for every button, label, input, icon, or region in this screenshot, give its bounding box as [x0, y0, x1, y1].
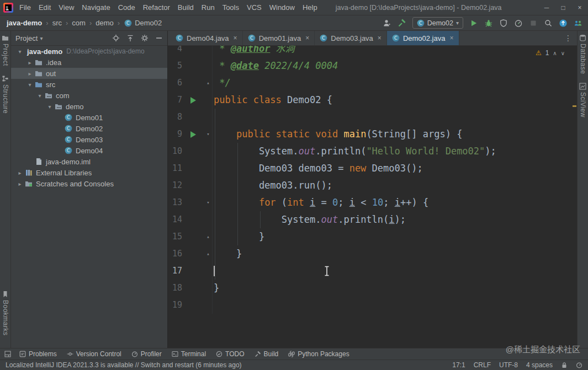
run-configuration-select[interactable]: CDemo02▾ — [412, 17, 463, 29]
tool-window-button-sciview[interactable]: SciView — [579, 83, 587, 117]
encoding-widget[interactable]: UTF-8 — [499, 361, 518, 369]
maximize-button[interactable]: □ — [555, 0, 571, 15]
chevron-down-icon[interactable]: ▾ — [15, 49, 24, 55]
breadcrumb-item-src[interactable]: src — [51, 19, 63, 27]
indent-widget[interactable]: 4 spaces — [526, 361, 553, 369]
tree-item-out[interactable]: ▸out — [11, 68, 167, 79]
chevron-down-icon[interactable]: ▾ — [45, 104, 54, 110]
tool-window-button-python-packages[interactable]: Python Packages — [283, 348, 354, 360]
run-line-icon[interactable] — [190, 97, 196, 104]
tool-window-button-project[interactable]: Project — [2, 34, 9, 66]
code-line-9[interactable]: 9▾ public static void main(String[] args… — [168, 126, 577, 143]
gauge-icon[interactable] — [576, 362, 582, 368]
breadcrumb-item-com[interactable]: com — [71, 19, 87, 27]
update-icon[interactable] — [559, 19, 568, 28]
code-line-15[interactable]: 15▴ } — [168, 228, 577, 245]
code-line-4[interactable]: 4 * @author 水洞 — [168, 46, 577, 57]
tool-window-button-bookmarks[interactable]: Bookmarks — [2, 291, 9, 336]
locate-file-icon[interactable] — [112, 34, 120, 42]
line-separator-widget[interactable]: CRLF — [474, 361, 491, 369]
menu-vcs[interactable]: VCS — [243, 3, 266, 12]
search-icon[interactable] — [544, 19, 553, 28]
close-icon[interactable]: × — [305, 34, 309, 42]
inspections-widget[interactable]: ⚠ 1 ∧ ∨ — [536, 49, 565, 57]
code-line-12[interactable]: 12 demo03.run(); — [168, 177, 577, 194]
chevron-right-icon[interactable]: ▸ — [25, 71, 34, 77]
tool-window-button-todo[interactable]: TODO — [211, 348, 249, 360]
tree-item-demo04[interactable]: CDemo04 — [11, 145, 167, 156]
tree-item-demo[interactable]: ▾demo — [11, 101, 167, 112]
fold-down-icon[interactable]: ▾ — [204, 194, 212, 211]
code-line-8[interactable]: 8 — [168, 109, 577, 126]
chevron-right-icon[interactable]: ▸ — [25, 60, 34, 66]
menu-help[interactable]: Help — [299, 3, 321, 12]
tree-item-demo03[interactable]: CDemo03 — [11, 134, 167, 145]
close-icon[interactable]: × — [449, 34, 453, 42]
tab-demo02-java[interactable]: CDemo02.java× — [387, 31, 459, 45]
editor[interactable]: 4 * @author 水洞5 * @date 2022/4/4 00046▴ … — [168, 46, 577, 348]
tool-window-button-structure[interactable]: Structure — [2, 75, 9, 114]
tree-item-demo02[interactable]: CDemo02 — [11, 123, 167, 134]
caret-position-widget[interactable]: 17:1 — [452, 361, 465, 369]
code-line-19[interactable]: 19 — [168, 297, 577, 314]
chevron-down-icon[interactable]: ▾ — [40, 35, 43, 41]
menu-window[interactable]: Window — [266, 3, 299, 12]
tree-item-java-demo[interactable]: ▾java-demoD:\IdeaProjects\java-demo — [11, 46, 167, 57]
hide-panel-icon[interactable] — [155, 34, 163, 42]
code-line-13[interactable]: 13▾ for (int i = 0; i < 10; i++) { — [168, 194, 577, 211]
menu-file[interactable]: File — [15, 3, 35, 12]
minimize-button[interactable]: ─ — [538, 0, 555, 15]
tool-window-button-database[interactable]: Database — [579, 34, 587, 74]
menu-code[interactable]: Code — [114, 3, 139, 12]
code-line-10[interactable]: 10 System.out.println("Hello World! Demo… — [168, 143, 577, 160]
tree-item-external-libraries[interactable]: ▸External Libraries — [11, 167, 167, 178]
profiler-icon[interactable] — [514, 19, 523, 28]
tool-window-button-version-control[interactable]: Version Control — [62, 348, 126, 360]
more-tabs-icon[interactable]: ⋮ — [564, 34, 572, 42]
tool-window-button-problems[interactable]: Problems — [14, 348, 62, 360]
fold-up-icon[interactable]: ▴ — [204, 228, 212, 245]
close-icon[interactable]: × — [378, 34, 382, 42]
fold-up-icon[interactable]: ▴ — [204, 245, 212, 262]
code-line-17[interactable]: 17 — [168, 262, 577, 280]
menu-tools[interactable]: Tools — [219, 3, 243, 12]
build-hammer-icon[interactable] — [398, 19, 406, 28]
debug-icon[interactable] — [484, 19, 493, 28]
next-issue-icon[interactable]: ∨ — [561, 50, 565, 56]
close-button[interactable]: × — [571, 0, 588, 15]
collapse-all-icon[interactable] — [126, 34, 134, 42]
tree-item-com[interactable]: ▾com — [11, 90, 167, 101]
tool-window-button-terminal[interactable]: Terminal — [167, 348, 211, 360]
run-icon[interactable] — [469, 19, 478, 28]
status-message[interactable]: Localized IntelliJ IDEA 2021.3.3 is avai… — [6, 361, 242, 369]
tab-demo03-java[interactable]: CDemo03.java× — [315, 31, 387, 45]
code-line-16[interactable]: 16▴ } — [168, 245, 577, 262]
tree-item-idea[interactable]: ▸.idea — [11, 57, 167, 68]
tool-windows-icon[interactable] — [4, 351, 11, 357]
previous-issue-icon[interactable]: ∧ — [553, 50, 557, 56]
tree-item-src[interactable]: ▾src — [11, 79, 167, 90]
breadcrumb-item-java-demo[interactable]: java-demo — [6, 19, 43, 27]
error-stripe-warning-mark[interactable] — [573, 105, 576, 107]
tab-demo04-java[interactable]: CDemo04.java× — [171, 31, 243, 45]
menu-edit[interactable]: Edit — [35, 3, 55, 12]
code-line-6[interactable]: 6▴ */ — [168, 74, 577, 92]
user-icon[interactable] — [383, 19, 391, 28]
gear-icon[interactable] — [141, 34, 149, 42]
fold-down-icon[interactable]: ▾ — [204, 126, 212, 143]
code-line-5[interactable]: 5 * @date 2022/4/4 0004 — [168, 57, 577, 74]
tool-window-button-build[interactable]: Build — [250, 348, 284, 360]
stop-icon[interactable] — [529, 19, 538, 28]
chevron-right-icon[interactable]: ▸ — [15, 181, 24, 187]
tree-item-scratches-and-consoles[interactable]: ▸Scratches and Consoles — [11, 178, 167, 189]
breadcrumb-item-demo[interactable]: demo — [94, 19, 115, 27]
fold-up-icon[interactable]: ▴ — [204, 74, 212, 92]
menu-view[interactable]: View — [55, 3, 78, 12]
tool-window-button-profiler[interactable]: Profiler — [126, 348, 167, 360]
menu-run[interactable]: Run — [198, 3, 219, 12]
coverage-icon[interactable] — [499, 19, 508, 28]
run-line-icon[interactable] — [190, 131, 196, 138]
code-line-7[interactable]: 7public class Demo02 { — [168, 92, 577, 109]
close-icon[interactable]: × — [234, 34, 237, 42]
menu-build[interactable]: Build — [174, 3, 198, 12]
